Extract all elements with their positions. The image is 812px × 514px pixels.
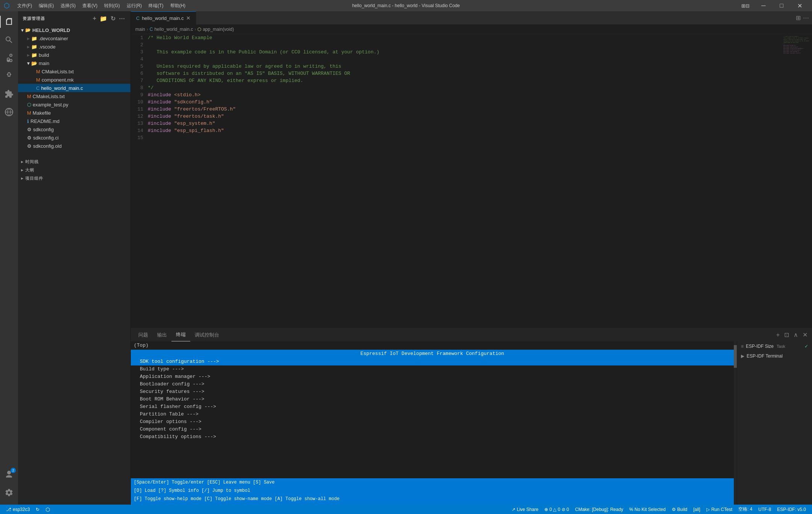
code-line: 4: [131, 56, 782, 63]
tree-item-sdkconfig[interactable]: ⚙ sdkconfig: [18, 125, 130, 133]
terminal-menu-item[interactable]: Serial flasher config --->: [131, 403, 734, 411]
tree-item-exampletest[interactable]: ⬡ example_test.py: [18, 100, 130, 109]
menu-help[interactable]: 帮助(H): [167, 2, 189, 10]
tab-hello-world-main[interactable]: C hello_world_main.c ✕: [131, 11, 196, 24]
section-project-components[interactable]: ▸ 项目组件: [18, 174, 130, 182]
new-file-icon[interactable]: +: [92, 14, 97, 23]
status-no-kit[interactable]: % No Kit Selected: [626, 505, 669, 514]
terminal-menu-item[interactable]: Build type --->: [131, 365, 734, 373]
terminal-menu-item[interactable]: Application manager --->: [131, 373, 734, 381]
menu-select[interactable]: 选择(S): [58, 2, 79, 10]
add-terminal-icon[interactable]: +: [775, 330, 781, 340]
tree-item-sdkconfigold[interactable]: ⚙ sdkconfig.old: [18, 142, 130, 150]
terminal-menu-item[interactable]: Bootloader config --->: [131, 381, 734, 388]
status-remote[interactable]: ⬡: [42, 505, 53, 514]
terminal-scroll-thumb[interactable]: [734, 345, 737, 368]
panel-tab-terminal[interactable]: 终端: [171, 328, 190, 341]
terminal-menu-item[interactable]: Boot ROM Behavior --->: [131, 396, 734, 403]
status-run-ctest[interactable]: ▷ Run CTest: [703, 505, 735, 514]
status-build-all[interactable]: [all]: [690, 505, 703, 514]
tree-root-folder[interactable]: ▾ 📂 HELLO_WORLD: [18, 26, 130, 34]
close-panel-icon[interactable]: ✕: [801, 330, 809, 340]
status-liveshare[interactable]: ↗ Live Share: [509, 505, 541, 514]
terminal-menu-item[interactable]: Partition Table --->: [131, 411, 734, 418]
panel-tab-debug[interactable]: 调试控制台: [190, 328, 224, 341]
more-actions-icon[interactable]: ⋯: [803, 14, 809, 21]
status-cmake[interactable]: CMake: [Debug]: Ready: [572, 505, 626, 514]
tree-item-vscode[interactable]: ▸ 📁 .vscode: [18, 42, 130, 51]
line-content: [148, 134, 782, 141]
menu-file[interactable]: 文件(F): [14, 2, 35, 10]
window-close-button[interactable]: ✕: [791, 0, 808, 11]
activity-extensions[interactable]: [0, 85, 18, 103]
code-editor[interactable]: 1 /* Hello World Example 2 3 This exampl…: [131, 34, 782, 328]
status-encoding[interactable]: UTF-8: [755, 505, 774, 514]
terminal-scrollbar[interactable]: [734, 341, 737, 505]
right-panel-esp-size[interactable]: ≡ ESP-IDF Size Task ✓: [737, 341, 812, 351]
tree-item-main[interactable]: ▾ 📂 main: [18, 59, 130, 67]
terminal-content[interactable]: (Top) Espressif IoT Development Framewor…: [131, 341, 734, 505]
status-branch[interactable]: ⎇ esp32c3: [3, 505, 33, 514]
split-terminal-icon[interactable]: ⊡: [783, 330, 791, 340]
status-sync[interactable]: ↻: [33, 505, 42, 514]
tab-close-button[interactable]: ✕: [186, 15, 191, 21]
collapse-all-icon[interactable]: ⋯: [118, 14, 126, 23]
run-icon: ▷: [706, 507, 710, 512]
window-minimize-button[interactable]: ─: [755, 0, 772, 11]
terminal-menu-item[interactable]: Compiler options --->: [131, 418, 734, 426]
status-build[interactable]: ⚙ Build: [669, 505, 691, 514]
breadcrumb-func[interactable]: app_main(void): [203, 27, 234, 32]
window-layouts-icon[interactable]: ⊞⊟: [737, 0, 754, 11]
tree-item-cmakelist[interactable]: M CMakeLists.txt: [18, 92, 130, 100]
status-spaces[interactable]: 空格: 4: [735, 505, 755, 514]
activity-settings[interactable]: [0, 484, 18, 502]
tree-item-componentmk[interactable]: M component.mk: [18, 76, 130, 84]
activity-search[interactable]: [0, 31, 18, 49]
vscode-logo-icon: ⬡: [4, 2, 10, 10]
terminal-split: (Top) Espressif IoT Development Framewor…: [131, 341, 812, 505]
right-panel-esp-terminal[interactable]: ▶ ESP-IDF Terminal: [737, 351, 812, 361]
maximize-panel-icon[interactable]: ∧: [792, 330, 800, 340]
activity-debug[interactable]: [0, 67, 18, 85]
status-espidf[interactable]: ESP-IDF: v5.0: [774, 505, 809, 514]
line-number: 2: [131, 41, 148, 49]
panel-tab-output[interactable]: 输出: [153, 328, 171, 341]
folder-icon: 📁: [31, 44, 37, 50]
new-folder-icon[interactable]: 📁: [99, 14, 108, 23]
tree-item-build[interactable]: ▸ 📁 build: [18, 51, 130, 59]
menu-view[interactable]: 查看(V): [79, 2, 100, 10]
tree-item-label: CMakeLists.txt: [33, 94, 65, 99]
tree-item-readme[interactable]: ℹ README.md: [18, 117, 130, 125]
file-icon: ⚙: [27, 135, 32, 141]
menu-goto[interactable]: 转到(G): [101, 2, 123, 10]
tree-item-makefile[interactable]: M Makefile: [18, 109, 130, 117]
menu-edit[interactable]: 编辑(E): [36, 2, 57, 10]
breadcrumb-file[interactable]: hello_world_main.c: [155, 27, 193, 32]
section-timeline[interactable]: ▸ 时间线: [18, 158, 130, 166]
terminal-menu-item[interactable]: Compatibility options --->: [131, 433, 734, 441]
tree-item-label: .vscode: [39, 44, 56, 50]
split-editor-icon[interactable]: ⊞: [796, 14, 801, 21]
status-branch-label: esp32c3: [13, 507, 30, 512]
activity-remote[interactable]: [0, 103, 18, 121]
activity-accounts[interactable]: 2: [0, 465, 18, 484]
status-errors[interactable]: ⊕ 0 △ 0 ⊘ 0: [541, 505, 572, 514]
activity-source-control[interactable]: [0, 49, 18, 67]
menu-terminal[interactable]: 终端(T): [145, 2, 166, 10]
breadcrumb-main[interactable]: main: [135, 27, 145, 32]
tree-item-sdkconfigci[interactable]: ⚙ sdkconfig.ci: [18, 133, 130, 142]
refresh-icon[interactable]: ↻: [110, 14, 117, 23]
panel-tab-problems[interactable]: 问题: [134, 328, 153, 341]
cmake-icon: M: [36, 77, 40, 83]
activity-explorer[interactable]: [0, 13, 18, 31]
terminal-menu-item[interactable]: Security features --->: [131, 388, 734, 396]
section-outline[interactable]: ▸ 大纲: [18, 166, 130, 174]
errors-label: ⊕ 0 △ 0 ⊘ 0: [544, 507, 569, 512]
menu-run[interactable]: 运行(R): [124, 2, 145, 10]
tree-item-devcontainer[interactable]: ▸ 📁 .devcontainer: [18, 34, 130, 42]
terminal-menu-item[interactable]: Component config --->: [131, 426, 734, 433]
tree-item-cmakelist-main[interactable]: M CMakeLists.txt: [18, 67, 130, 76]
tree-item-mainc[interactable]: C hello_world_main.c: [18, 84, 130, 92]
terminal-menu-item-highlighted[interactable]: SDK tool configuration --->: [131, 358, 734, 365]
window-maximize-button[interactable]: □: [773, 0, 790, 11]
